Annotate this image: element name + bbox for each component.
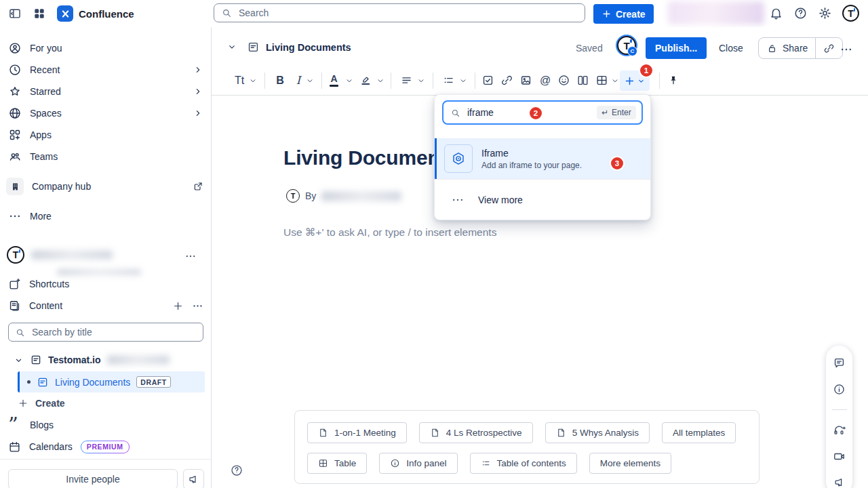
chevron-right-icon[interactable] (193, 86, 203, 97)
sidebar-section-shortcuts[interactable]: Shortcuts (0, 273, 212, 295)
template-5whys-button[interactable]: 5 Whys Analysis (545, 422, 650, 443)
template-4ls-button[interactable]: 4 Ls Retrospective (419, 422, 533, 443)
video-button[interactable] (833, 450, 846, 463)
insert-table-shortcut-button[interactable]: Table (307, 453, 367, 474)
video-camera-icon (833, 450, 846, 463)
clock-icon (8, 63, 22, 77)
content-more-button[interactable] (192, 300, 203, 312)
text-align-dropdown[interactable] (416, 70, 426, 91)
space-avatar[interactable]: T (7, 246, 24, 264)
audio-button[interactable] (833, 424, 846, 436)
page-more-actions-button[interactable] (840, 43, 853, 56)
highlight-color-dropdown[interactable] (376, 70, 385, 91)
chevron-right-icon[interactable] (193, 108, 203, 119)
emoji-button[interactable] (557, 70, 570, 91)
italic-button[interactable]: I (293, 70, 304, 91)
chevron-down-icon[interactable] (14, 355, 24, 365)
template-row-2: Table Info panel Table of contents More … (307, 453, 747, 474)
invite-people-button[interactable]: Invite people (8, 469, 178, 488)
confluence-home-link[interactable]: Confluence (57, 5, 134, 22)
author-avatar[interactable]: T (286, 189, 300, 203)
task-list-button[interactable] (481, 70, 494, 91)
sidebar-section-content[interactable]: Content (0, 295, 212, 317)
mention-button[interactable]: @ (538, 70, 552, 91)
sidebar-collapse-button[interactable] (8, 7, 22, 20)
bold-button[interactable]: B (273, 70, 288, 91)
list-button[interactable] (442, 70, 455, 91)
text-color-button[interactable]: A (330, 70, 338, 91)
bullet-list-icon (442, 74, 455, 87)
sidebar-item-calendars[interactable]: Calendars PREMIUM (0, 436, 212, 458)
announcements-button[interactable] (833, 476, 846, 488)
globe-icon (8, 106, 22, 120)
text-align-button[interactable] (400, 70, 413, 91)
pin-toolbar-button[interactable] (667, 70, 679, 91)
table-dropdown[interactable] (610, 70, 620, 91)
bell-icon (769, 6, 783, 20)
sidebar-item-apps[interactable]: Apps (0, 124, 212, 146)
app-switcher-button[interactable] (33, 7, 46, 20)
add-content-button[interactable] (172, 300, 184, 312)
sidebar-item-teams[interactable]: Teams (0, 146, 212, 167)
tree-item-space[interactable]: Testomat.io (0, 349, 212, 371)
sidebar-item-recent[interactable]: Recent (0, 59, 212, 81)
avatar-accent (854, 8, 856, 12)
text-style-button[interactable]: Tt (231, 70, 248, 91)
notifications-button[interactable] (769, 6, 783, 20)
content-search[interactable] (8, 323, 203, 342)
editor-placeholder[interactable]: Use ⌘+' to ask AI, or type / to insert e… (283, 226, 496, 239)
insert-link-button[interactable] (500, 70, 513, 91)
user-avatar[interactable]: T (842, 5, 859, 22)
sidebar-item-starred[interactable]: Starred (0, 81, 212, 102)
table-of-contents-button[interactable]: Table of contents (470, 453, 577, 474)
plus-icon (18, 398, 28, 409)
layouts-button[interactable] (576, 70, 589, 91)
people-icon (8, 150, 22, 163)
insert-table-button[interactable] (595, 70, 608, 91)
text-format-dropdown[interactable] (305, 70, 315, 91)
list-dropdown[interactable] (458, 70, 468, 91)
tree-create-button[interactable]: Create (0, 392, 212, 414)
space-more-button[interactable] (184, 250, 197, 262)
editor-help-button[interactable] (230, 464, 243, 477)
info-icon (833, 383, 846, 396)
feedback-megaphone-button[interactable] (183, 469, 204, 488)
template-1on1-button[interactable]: 1-on-1 Meeting (307, 422, 407, 443)
more-elements-button[interactable]: More elements (589, 453, 671, 474)
help-button[interactable] (793, 6, 808, 20)
global-search[interactable] (214, 3, 585, 22)
publish-button[interactable]: Publish... (646, 37, 707, 59)
content-search-input[interactable] (31, 326, 197, 338)
page-title: Living Documents (266, 42, 351, 53)
gear-icon (818, 6, 832, 20)
app-name: Confluence (79, 8, 134, 20)
divider (264, 73, 265, 89)
close-button[interactable]: Close (712, 37, 750, 59)
global-search-input[interactable] (237, 7, 578, 19)
text-color-dropdown[interactable] (344, 70, 354, 91)
settings-button[interactable] (818, 6, 832, 20)
sidebar-item-for-you[interactable]: For you (0, 37, 212, 59)
details-button[interactable] (833, 383, 846, 396)
copy-link-button[interactable] (816, 38, 842, 58)
collaborator-avatar[interactable]: T C (617, 36, 636, 55)
chevron-down-icon (344, 76, 354, 85)
all-templates-button[interactable]: All templates (662, 422, 736, 443)
comments-button[interactable] (833, 357, 846, 369)
highlight-color-button[interactable] (359, 70, 372, 91)
tree-item-current-page[interactable]: Living Documents DRAFT (18, 371, 205, 392)
text-style-dropdown[interactable] (248, 70, 258, 91)
breadcrumb-collapse-button[interactable] (226, 41, 237, 52)
chevron-right-icon[interactable] (193, 64, 203, 75)
info-panel-button[interactable]: Info panel (379, 453, 457, 474)
document-title[interactable]: Living Documents (283, 146, 458, 169)
sidebar-item-company-hub[interactable]: Company hub (0, 176, 212, 197)
insert-image-button[interactable] (519, 70, 532, 91)
create-button[interactable]: Create (593, 4, 654, 24)
sidebar-item-blogs[interactable]: ” Blogs (0, 414, 212, 436)
share-button[interactable]: Share (759, 38, 815, 58)
view-more-button[interactable]: View more (435, 180, 650, 220)
sidebar-item-more[interactable]: More (0, 205, 212, 227)
sidebar-item-spaces[interactable]: Spaces (0, 102, 212, 124)
table-icon (318, 458, 328, 468)
